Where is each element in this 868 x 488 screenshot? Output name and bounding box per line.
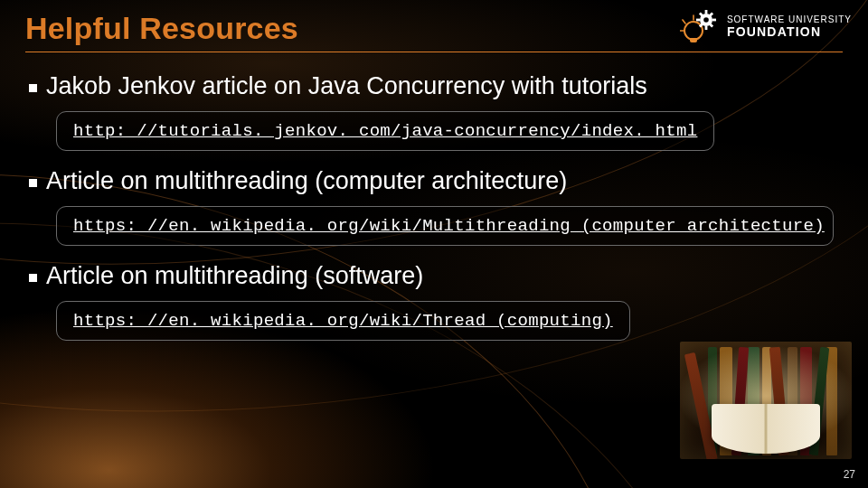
title-divider [25,52,843,52]
list-item: Article on multithreading (software) htt… [29,262,843,341]
resource-list: Jakob Jenkov article on Java Concurrency… [25,72,843,341]
svg-rect-6 [712,19,716,22]
bullet-square-icon [29,179,37,187]
bullet-square-icon [29,84,37,92]
books-image [680,342,852,459]
lightbulb-gear-icon [680,7,720,47]
bullet-text: Article on multithreading (computer arch… [46,167,567,195]
bullet-line: Article on multithreading (software) [29,262,843,290]
resource-link[interactable]: https: //en. wikipedia. org/wiki/Multith… [73,216,825,236]
svg-rect-5 [696,19,700,22]
svg-rect-3 [705,10,708,14]
logo: SOFTWARE UNIVERSITY FOUNDATION [680,7,852,47]
bullet-line: Article on multithreading (computer arch… [29,167,843,195]
page-number: 27 [844,468,855,481]
logo-line2: FOUNDATION [727,25,852,39]
slide: SOFTWARE UNIVERSITY FOUNDATION Helpful R… [0,0,868,488]
open-book-icon [712,404,820,454]
bullet-text: Article on multithreading (software) [46,262,423,290]
bullet-line: Jakob Jenkov article on Java Concurrency… [29,72,843,100]
link-box: https: //en. wikipedia. org/wiki/Thread_… [56,301,630,341]
link-box: https: //en. wikipedia. org/wiki/Multith… [56,206,834,246]
list-item: Article on multithreading (computer arch… [29,167,843,246]
svg-point-0 [684,22,703,40]
svg-point-2 [703,17,709,23]
list-item: Jakob Jenkov article on Java Concurrency… [29,72,843,151]
resource-link[interactable]: https: //en. wikipedia. org/wiki/Thread_… [73,311,613,331]
bullet-text: Jakob Jenkov article on Java Concurrency… [46,72,647,100]
resource-link[interactable]: http: //tutorials. jenkov. com/java-conc… [73,121,697,141]
bullet-square-icon [29,274,37,282]
logo-text: SOFTWARE UNIVERSITY FOUNDATION [727,15,852,38]
svg-rect-4 [705,26,708,30]
link-box: http: //tutorials. jenkov. com/java-conc… [56,111,714,151]
